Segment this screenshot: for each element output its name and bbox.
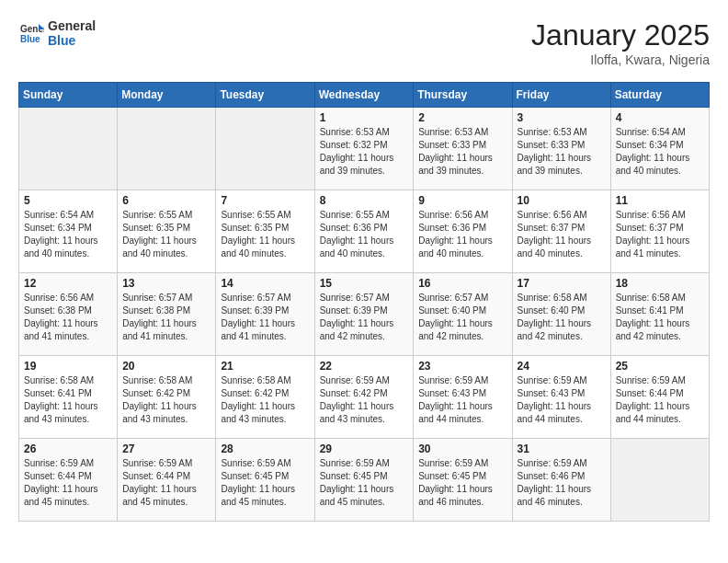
day-info: Sunrise: 6:59 AM Sunset: 6:45 PM Dayligh…: [221, 457, 309, 509]
day-number: 27: [122, 442, 210, 455]
svg-text:Blue: Blue: [20, 34, 40, 44]
day-cell-14: 14Sunrise: 6:57 AM Sunset: 6:39 PM Dayli…: [216, 273, 314, 356]
week-row-3: 12Sunrise: 6:56 AM Sunset: 6:38 PM Dayli…: [19, 273, 710, 356]
col-header-sunday: Sunday: [19, 83, 118, 108]
day-info: Sunrise: 6:57 AM Sunset: 6:39 PM Dayligh…: [320, 292, 409, 343]
page-header: General Blue General Blue January 2025 I…: [18, 18, 710, 67]
calendar-header-row: SundayMondayTuesdayWednesdayThursdayFrid…: [19, 83, 710, 108]
day-number: 31: [518, 442, 606, 455]
day-number: 20: [122, 360, 210, 373]
day-info: Sunrise: 6:59 AM Sunset: 6:44 PM Dayligh…: [24, 457, 112, 509]
day-number: 28: [221, 442, 309, 455]
day-number: 14: [221, 277, 309, 290]
week-row-2: 5Sunrise: 6:54 AM Sunset: 6:34 PM Daylig…: [19, 190, 710, 273]
empty-cell: [118, 108, 216, 190]
day-number: 2: [418, 111, 506, 124]
day-number: 19: [24, 360, 112, 373]
day-info: Sunrise: 6:56 AM Sunset: 6:37 PM Dayligh…: [616, 209, 704, 260]
day-cell-29: 29Sunrise: 6:59 AM Sunset: 6:45 PM Dayli…: [314, 439, 414, 522]
day-number: 9: [418, 194, 506, 207]
day-cell-31: 31Sunrise: 6:59 AM Sunset: 6:46 PM Dayli…: [512, 439, 610, 522]
month-year: January 2025: [531, 18, 710, 52]
day-info: Sunrise: 6:54 AM Sunset: 6:34 PM Dayligh…: [616, 126, 704, 178]
day-cell-13: 13Sunrise: 6:57 AM Sunset: 6:38 PM Dayli…: [118, 273, 216, 356]
day-info: Sunrise: 6:59 AM Sunset: 6:45 PM Dayligh…: [418, 457, 506, 509]
day-info: Sunrise: 6:54 AM Sunset: 6:34 PM Dayligh…: [24, 209, 112, 260]
day-number: 24: [518, 360, 606, 373]
day-info: Sunrise: 6:55 AM Sunset: 6:35 PM Dayligh…: [122, 209, 210, 260]
day-info: Sunrise: 6:58 AM Sunset: 6:42 PM Dayligh…: [122, 374, 210, 426]
day-cell-20: 20Sunrise: 6:58 AM Sunset: 6:42 PM Dayli…: [118, 356, 216, 439]
day-cell-9: 9Sunrise: 6:56 AM Sunset: 6:36 PM Daylig…: [414, 190, 512, 273]
day-cell-27: 27Sunrise: 6:59 AM Sunset: 6:44 PM Dayli…: [118, 439, 216, 522]
day-info: Sunrise: 6:57 AM Sunset: 6:40 PM Dayligh…: [418, 292, 506, 343]
day-cell-11: 11Sunrise: 6:56 AM Sunset: 6:37 PM Dayli…: [610, 190, 709, 273]
day-cell-28: 28Sunrise: 6:59 AM Sunset: 6:45 PM Dayli…: [216, 439, 314, 522]
day-info: Sunrise: 6:59 AM Sunset: 6:44 PM Dayligh…: [616, 374, 704, 426]
logo-blue: Blue: [48, 33, 96, 48]
day-info: Sunrise: 6:58 AM Sunset: 6:42 PM Dayligh…: [221, 374, 309, 426]
day-number: 1: [320, 111, 409, 124]
day-cell-25: 25Sunrise: 6:59 AM Sunset: 6:44 PM Dayli…: [610, 356, 709, 439]
day-info: Sunrise: 6:53 AM Sunset: 6:32 PM Dayligh…: [320, 126, 409, 178]
day-info: Sunrise: 6:58 AM Sunset: 6:40 PM Dayligh…: [518, 292, 606, 343]
day-cell-10: 10Sunrise: 6:56 AM Sunset: 6:37 PM Dayli…: [512, 190, 610, 273]
logo: General Blue General Blue: [18, 18, 96, 48]
day-cell-17: 17Sunrise: 6:58 AM Sunset: 6:40 PM Dayli…: [512, 273, 610, 356]
day-number: 21: [221, 360, 309, 373]
empty-cell: [19, 108, 118, 190]
day-cell-8: 8Sunrise: 6:55 AM Sunset: 6:36 PM Daylig…: [314, 190, 414, 273]
day-number: 25: [616, 360, 704, 373]
col-header-wednesday: Wednesday: [314, 83, 414, 108]
week-row-1: 1Sunrise: 6:53 AM Sunset: 6:32 PM Daylig…: [19, 108, 710, 190]
day-number: 26: [24, 442, 112, 455]
day-info: Sunrise: 6:57 AM Sunset: 6:38 PM Dayligh…: [122, 292, 210, 343]
week-row-4: 19Sunrise: 6:58 AM Sunset: 6:41 PM Dayli…: [19, 356, 710, 439]
day-number: 11: [616, 194, 704, 207]
logo-general: General: [48, 18, 96, 33]
day-info: Sunrise: 6:56 AM Sunset: 6:36 PM Dayligh…: [418, 209, 506, 260]
empty-cell: [610, 439, 709, 522]
location: Iloffa, Kwara, Nigeria: [531, 52, 710, 67]
day-info: Sunrise: 6:56 AM Sunset: 6:38 PM Dayligh…: [24, 292, 112, 343]
day-info: Sunrise: 6:59 AM Sunset: 6:46 PM Dayligh…: [518, 457, 606, 509]
day-cell-23: 23Sunrise: 6:59 AM Sunset: 6:43 PM Dayli…: [414, 356, 512, 439]
day-info: Sunrise: 6:59 AM Sunset: 6:45 PM Dayligh…: [320, 457, 409, 509]
day-cell-15: 15Sunrise: 6:57 AM Sunset: 6:39 PM Dayli…: [314, 273, 414, 356]
day-cell-2: 2Sunrise: 6:53 AM Sunset: 6:33 PM Daylig…: [414, 108, 512, 190]
day-info: Sunrise: 6:55 AM Sunset: 6:35 PM Dayligh…: [221, 209, 309, 260]
day-info: Sunrise: 6:55 AM Sunset: 6:36 PM Dayligh…: [320, 209, 409, 260]
day-number: 12: [24, 277, 112, 290]
col-header-saturday: Saturday: [610, 83, 709, 108]
day-number: 7: [221, 194, 309, 207]
col-header-friday: Friday: [512, 83, 610, 108]
day-cell-24: 24Sunrise: 6:59 AM Sunset: 6:43 PM Dayli…: [512, 356, 610, 439]
day-cell-16: 16Sunrise: 6:57 AM Sunset: 6:40 PM Dayli…: [414, 273, 512, 356]
col-header-thursday: Thursday: [414, 83, 512, 108]
day-info: Sunrise: 6:59 AM Sunset: 6:43 PM Dayligh…: [518, 374, 606, 426]
day-cell-4: 4Sunrise: 6:54 AM Sunset: 6:34 PM Daylig…: [610, 108, 709, 190]
col-header-monday: Monday: [118, 83, 216, 108]
empty-cell: [216, 108, 314, 190]
day-cell-5: 5Sunrise: 6:54 AM Sunset: 6:34 PM Daylig…: [19, 190, 118, 273]
day-cell-7: 7Sunrise: 6:55 AM Sunset: 6:35 PM Daylig…: [216, 190, 314, 273]
calendar-table: SundayMondayTuesdayWednesdayThursdayFrid…: [18, 82, 710, 522]
day-info: Sunrise: 6:53 AM Sunset: 6:33 PM Dayligh…: [418, 126, 506, 178]
day-number: 15: [320, 277, 409, 290]
day-info: Sunrise: 6:59 AM Sunset: 6:43 PM Dayligh…: [418, 374, 506, 426]
day-info: Sunrise: 6:56 AM Sunset: 6:37 PM Dayligh…: [518, 209, 606, 260]
day-number: 17: [518, 277, 606, 290]
day-cell-21: 21Sunrise: 6:58 AM Sunset: 6:42 PM Dayli…: [216, 356, 314, 439]
day-info: Sunrise: 6:53 AM Sunset: 6:33 PM Dayligh…: [518, 126, 606, 178]
day-number: 16: [418, 277, 506, 290]
day-number: 5: [24, 194, 112, 207]
col-header-tuesday: Tuesday: [216, 83, 314, 108]
day-cell-30: 30Sunrise: 6:59 AM Sunset: 6:45 PM Dayli…: [414, 439, 512, 522]
week-row-5: 26Sunrise: 6:59 AM Sunset: 6:44 PM Dayli…: [19, 439, 710, 522]
day-number: 6: [122, 194, 210, 207]
day-cell-1: 1Sunrise: 6:53 AM Sunset: 6:32 PM Daylig…: [314, 108, 414, 190]
day-cell-22: 22Sunrise: 6:59 AM Sunset: 6:42 PM Dayli…: [314, 356, 414, 439]
day-info: Sunrise: 6:59 AM Sunset: 6:42 PM Dayligh…: [320, 374, 409, 426]
day-cell-26: 26Sunrise: 6:59 AM Sunset: 6:44 PM Dayli…: [19, 439, 118, 522]
day-info: Sunrise: 6:58 AM Sunset: 6:41 PM Dayligh…: [616, 292, 704, 343]
